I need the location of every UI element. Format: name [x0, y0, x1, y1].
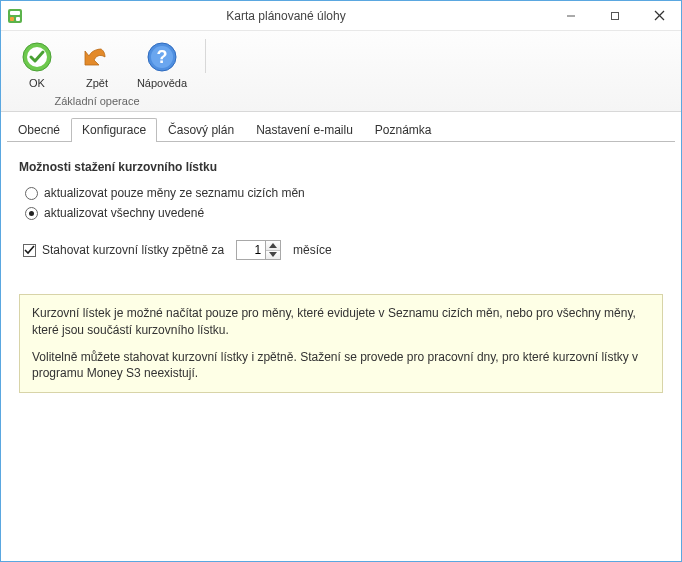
download-retro-row: Stahovat kurzovní lístky zpětně za měsíc… [23, 240, 663, 260]
minimize-button[interactable] [549, 1, 593, 30]
ok-icon [19, 39, 55, 75]
tab-poznamka[interactable]: Poznámka [364, 118, 443, 142]
help-button[interactable]: ? Nápověda [129, 35, 195, 91]
tab-konfigurace[interactable]: Konfigurace [71, 118, 157, 142]
svg-rect-2 [10, 17, 14, 21]
ribbon-group-basic: OK Zpět ? Nápověda [9, 35, 205, 91]
tab-casovy-plan[interactable]: Časový plán [157, 118, 245, 142]
ok-label: OK [29, 77, 45, 89]
ribbon: OK Zpět ? Nápověda [1, 31, 681, 112]
radio-icon [25, 187, 38, 200]
tab-panel-konfigurace: Možnosti stažení kurzovního lístku aktua… [1, 142, 681, 561]
close-button[interactable] [637, 1, 681, 30]
back-label: Zpět [86, 77, 108, 89]
radio-label: aktualizovat pouze měny ze seznamu cizíc… [44, 186, 305, 200]
ok-button[interactable]: OK [9, 35, 65, 91]
update-radio-group: aktualizovat pouze měny ze seznamu cizíc… [25, 186, 663, 220]
app-icon [7, 8, 23, 24]
svg-rect-5 [612, 12, 619, 19]
spinner-down-button[interactable] [266, 251, 280, 260]
help-icon: ? [144, 39, 180, 75]
svg-rect-1 [10, 11, 20, 15]
radio-update-only-listed[interactable]: aktualizovat pouze měny ze seznamu cizíc… [25, 186, 663, 200]
months-input[interactable] [237, 241, 265, 259]
info-paragraph-2: Volitelně můžete stahovat kurzovní lístk… [32, 349, 650, 383]
radio-label: aktualizovat všechny uvedené [44, 206, 204, 220]
help-label: Nápověda [137, 77, 187, 89]
window-controls [549, 1, 681, 30]
download-retro-checkbox[interactable] [23, 244, 36, 257]
back-button[interactable]: Zpět [69, 35, 125, 91]
info-box: Kurzovní lístek je možné načítat pouze p… [19, 294, 663, 393]
back-icon [79, 39, 115, 75]
download-retro-label: Stahovat kurzovní lístky zpětně za [42, 243, 224, 257]
radio-icon [25, 207, 38, 220]
spinner-up-button[interactable] [266, 241, 280, 251]
info-paragraph-1: Kurzovní lístek je možné načítat pouze p… [32, 305, 650, 339]
title-bar: Karta plánované úlohy [1, 1, 681, 31]
months-unit: měsíce [293, 243, 332, 257]
maximize-button[interactable] [593, 1, 637, 30]
svg-text:?: ? [157, 47, 168, 67]
ribbon-group-label: Základní operace [9, 91, 185, 109]
section-title: Možnosti stažení kurzovního lístku [19, 160, 663, 174]
radio-update-all[interactable]: aktualizovat všechny uvedené [25, 206, 663, 220]
window-title: Karta plánované úlohy [23, 9, 549, 23]
months-spinner[interactable] [236, 240, 281, 260]
tab-nastaveni-emailu[interactable]: Nastavení e-mailu [245, 118, 364, 142]
svg-rect-3 [16, 17, 20, 21]
tab-strip: Obecné Konfigurace Časový plán Nastavení… [1, 112, 681, 142]
tab-obecne[interactable]: Obecné [7, 118, 71, 142]
ribbon-separator [205, 39, 206, 73]
